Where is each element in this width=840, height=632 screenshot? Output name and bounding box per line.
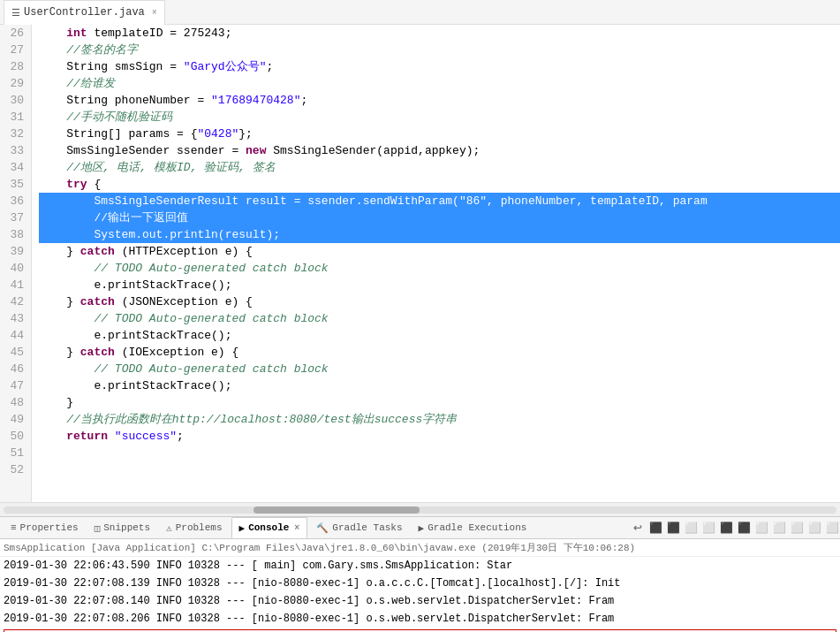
code-editor: 2627282930313233343536373839404142434445…	[0, 25, 840, 502]
problems-icon: ⚠	[166, 522, 172, 534]
code-line: SmsSingleSenderResult result = ssender.s…	[39, 193, 840, 209]
panel-toolbar-right: ↩ ⬛ ⬛ ⬜ ⬜ ⬛ ⬛ ⬜ ⬜ ⬜ ⬜ ⬜	[630, 520, 840, 536]
code-line: //手动不随机验证码	[39, 109, 840, 126]
code-line: return "success";	[39, 428, 840, 445]
tab-close-button[interactable]: ×	[152, 8, 157, 18]
code-line: String[] params = {"0428"};	[39, 126, 840, 142]
code-line: // TODO Auto-generated catch block	[39, 310, 840, 327]
code-line: e.printStackTrace();	[39, 327, 840, 344]
code-line: //输出一下返回值	[39, 209, 840, 226]
code-line: e.printStackTrace();	[39, 377, 840, 394]
tab-console[interactable]: ▶ Console ×	[231, 517, 308, 538]
pause-button[interactable]: ⬛	[665, 520, 681, 536]
code-line: //地区, 电话, 模板ID, 验证码, 签名	[39, 159, 840, 176]
pin-button[interactable]: ⬜	[753, 520, 769, 536]
console-header: SmsApplication [Java Application] C:\Pro…	[0, 539, 840, 557]
rerun-button[interactable]: ↩	[630, 520, 646, 536]
tab-bar: ☰ UserController.java ×	[0, 0, 840, 25]
code-line: } catch (IOException e) {	[39, 344, 840, 361]
tab-problems-label: Problems	[176, 522, 223, 533]
console-log-line: 2019-01-30 22:07:08.206 INFO 10328 --- […	[0, 610, 840, 628]
snippets-icon: ◫	[95, 522, 101, 534]
tab-gradle-tasks[interactable]: 🔨 Gradle Tasks	[309, 517, 409, 538]
comment: // TODO Auto-generated catch block	[94, 362, 328, 376]
settings-button[interactable]: ⬜	[789, 520, 805, 536]
tab-problems[interactable]: ⚠ Problems	[159, 517, 229, 538]
console-output: SmsApplication [Java Application] C:\Pro…	[0, 539, 840, 632]
clear-button[interactable]: ⬛	[718, 520, 734, 536]
console-log-line: 2019-01-30 22:07:08.139 INFO 10328 --- […	[0, 575, 840, 592]
line-numbers: 2627282930313233343536373839404142434445…	[0, 25, 32, 502]
console-log-line: 2019-01-30 22:07:08.140 INFO 10328 --- […	[0, 592, 840, 610]
tab-gradle-executions[interactable]: ▶ Gradle Executions	[412, 517, 534, 538]
code-line: System.out.println(result);	[39, 226, 840, 243]
code-line: // TODO Auto-generated catch block	[39, 361, 840, 377]
string-literal: "0428"	[197, 127, 238, 141]
comment: //地区, 电话, 模板ID, 验证码, 签名	[66, 161, 276, 174]
code-area[interactable]: int templateID = 275243; //签名的名字 String …	[32, 25, 840, 502]
panel-tab-bar: ≡ Properties ◫ Snippets ⚠ Problems ▶ Con…	[0, 516, 840, 539]
code-line: e.printStackTrace();	[39, 277, 840, 293]
code-line: String smsSign = "Garyd公众号";	[39, 58, 840, 75]
tab-snippets-label: Snippets	[103, 522, 150, 533]
tab-gradle-tasks-label: Gradle Tasks	[332, 522, 402, 533]
code-line: //当执行此函数时在http://localhost:8080/test输出su…	[39, 411, 840, 428]
code-line: } catch (JSONException e) {	[39, 293, 840, 310]
keyword: return	[66, 430, 108, 443]
scrollbar-thumb[interactable]	[254, 506, 420, 514]
minimize-button[interactable]: ⬜	[824, 520, 840, 536]
tab-snippets[interactable]: ◫ Snippets	[87, 517, 157, 538]
string-literal: "17689470428"	[211, 94, 300, 107]
maximize-button[interactable]: ⬜	[806, 520, 822, 536]
string-literal: "Garyd公众号"	[184, 60, 267, 73]
console-log-line: 2019-01-30 22:06:43.590 INFO 10328 --- […	[0, 557, 840, 575]
keyword: int	[66, 27, 87, 40]
keyword: new	[246, 144, 266, 157]
code-line: }	[39, 394, 840, 411]
code-line: try {	[39, 176, 840, 193]
tab-gradle-executions-label: Gradle Executions	[428, 522, 526, 533]
keyword: catch	[80, 295, 115, 308]
step-over-button[interactable]: ⬜	[700, 520, 716, 536]
scroll-lock-button[interactable]: ⬛	[736, 520, 752, 536]
keyword: catch	[80, 245, 115, 258]
console-icon: ▶	[239, 522, 246, 534]
horizontal-scrollbar[interactable]	[0, 502, 840, 516]
code-line: //给谁发	[39, 75, 840, 92]
keyword: catch	[80, 346, 115, 359]
tab-console-label: Console	[248, 522, 289, 533]
resume-button[interactable]: ⬜	[683, 520, 699, 536]
wrap-button[interactable]: ⬜	[771, 520, 787, 536]
scrollbar-track[interactable]	[4, 506, 836, 514]
comment: //当执行此函数时在http://localhost:8080/test输出su…	[66, 413, 457, 426]
code-line: String phoneNumber = "17689470428";	[39, 92, 840, 109]
comment: //手动不随机验证码	[66, 110, 172, 124]
gradle-tasks-icon: 🔨	[316, 522, 329, 534]
console-tab-close[interactable]: ×	[294, 523, 299, 533]
string-literal: "success"	[115, 430, 177, 443]
code-line: int templateID = 275243;	[39, 25, 840, 42]
comment: //签名的名字	[66, 43, 138, 57]
comment: // TODO Auto-generated catch block	[94, 262, 328, 275]
code-line: // TODO Auto-generated catch block	[39, 260, 840, 277]
tab-properties[interactable]: ≡ Properties	[4, 517, 86, 538]
comment: // TODO Auto-generated catch block	[94, 312, 328, 325]
code-line: //签名的名字	[39, 42, 840, 58]
properties-icon: ≡	[11, 522, 17, 533]
tab-properties-label: Properties	[20, 522, 79, 533]
code-line: } catch (HTTPException e) {	[39, 243, 840, 260]
keyword: try	[66, 178, 87, 191]
code-line: SmsSingleSender ssender = new SmsSingleS…	[39, 142, 840, 159]
tab-icon: ☰	[11, 7, 20, 19]
gradle-executions-icon: ▶	[419, 522, 425, 534]
comment: //给谁发	[66, 77, 115, 90]
stop-button[interactable]: ⬛	[647, 520, 663, 536]
tab-label: UserController.java	[24, 6, 145, 19]
console-lines-container: 2019-01-30 22:06:43.590 INFO 10328 --- […	[0, 557, 840, 628]
editor-tab[interactable]: ☰ UserController.java ×	[4, 0, 165, 25]
